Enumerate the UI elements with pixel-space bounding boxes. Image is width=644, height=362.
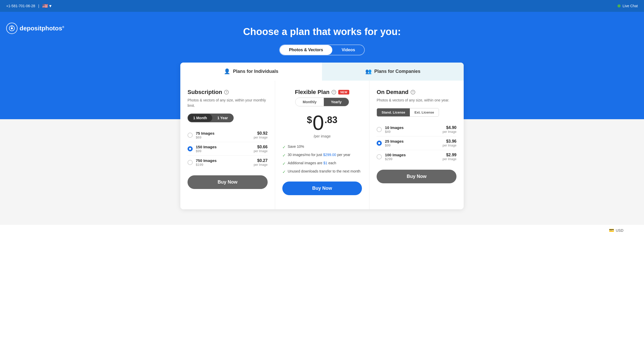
subscription-title: Subscription ?	[188, 89, 268, 96]
flex-yearly-tab[interactable]: Yearly	[324, 98, 349, 106]
flexible-period-tabs: Monthly Yearly	[282, 98, 362, 106]
od-count-1: 25 Images	[385, 139, 404, 143]
svg-point-1	[11, 27, 13, 29]
od-option-2[interactable]: 100 Images $299 $2.99 per Image	[377, 150, 456, 163]
subscription-desc: Photos & vectors of any size, within you…	[188, 98, 268, 108]
stand-license-tab[interactable]: Stand. License	[377, 108, 410, 116]
sub-perimg-1: $0.66	[254, 145, 268, 149]
content-type-toggle: Photos & Vectors Videos	[5, 45, 639, 63]
flexible-price-display: $ 0 .83 /per image	[282, 113, 362, 138]
logo[interactable]: depositphotos®	[6, 23, 64, 34]
od-option-1[interactable]: 25 Images $99 $3.96 per Image	[377, 136, 456, 150]
sub-radio-1[interactable]	[188, 146, 193, 151]
toggle-tabs: Photos & Vectors Videos	[279, 45, 365, 55]
feature-text-2: Additional images are $1 each	[288, 161, 336, 165]
flexible-help-icon[interactable]: ?	[332, 90, 336, 94]
price-dollar-sign: $	[307, 115, 312, 125]
currency-label[interactable]: USD	[616, 228, 623, 232]
new-badge: NEW	[338, 90, 349, 94]
check-icon-3: ✓	[282, 169, 286, 174]
tab-companies[interactable]: 👥 Plans for Companies	[322, 63, 464, 81]
tab-photos-vectors[interactable]: Photos & Vectors	[280, 45, 332, 55]
od-subprice-1: $99	[385, 143, 404, 147]
sub-subprice-1: $99	[196, 149, 217, 153]
on-demand-buy-button[interactable]: Buy Now	[377, 170, 456, 183]
license-tabs: Stand. License Ext. License	[377, 108, 439, 117]
od-count-0: 10 Images	[385, 125, 404, 130]
period-1year[interactable]: 1 Year	[212, 114, 233, 122]
plans-container: 👤 Plans for Individuals 👥 Plans for Comp…	[180, 63, 464, 209]
logo-icon	[6, 23, 18, 34]
od-subprice-0: $49	[385, 130, 404, 134]
tab-individuals[interactable]: 👤 Plans for Individuals	[180, 63, 322, 81]
od-radio-1[interactable]	[377, 141, 382, 146]
feature-3: ✓ Unused downloads transfer to the next …	[282, 169, 362, 174]
on-demand-help-icon[interactable]: ?	[411, 90, 415, 94]
topbar: +1-581-701-06-28 | 🇺🇸 ▾ Live Chat	[0, 0, 644, 12]
check-icon-1: ✓	[282, 153, 286, 158]
flag-icon[interactable]: 🇺🇸 ▾	[42, 3, 52, 9]
topbar-left: +1-581-701-06-28 | 🇺🇸 ▾	[6, 3, 52, 9]
plans-grid: Subscription ? Photos & vectors of any s…	[180, 81, 464, 209]
sub-perimg-2: $0.27	[254, 158, 268, 163]
sub-radio-2[interactable]	[188, 160, 193, 165]
price-decimal: .83	[325, 115, 337, 125]
price-unit: /per image	[282, 134, 362, 138]
od-perimg-2: $2.99	[443, 153, 456, 157]
flexible-buy-button[interactable]: Buy Now	[282, 182, 362, 195]
flexible-features: ✓ Save 10% ✓ 30 images/mo for just $299.…	[282, 144, 362, 174]
page-title: Choose a plan that works for you:	[5, 26, 639, 37]
live-chat-label[interactable]: Live Chat	[623, 4, 638, 8]
subscription-period-tabs: 1 Month 1 Year	[188, 114, 234, 122]
check-icon-2: ✓	[282, 161, 286, 166]
sub-option-0[interactable]: 75 Images $69 $0.92 per Image	[188, 128, 268, 142]
plan-type-tabs: 👤 Plans for Individuals 👥 Plans for Comp…	[180, 63, 464, 81]
od-option-0[interactable]: 10 Images $49 $4.90 per Image	[377, 123, 456, 136]
sub-count-1: 150 Images	[196, 145, 217, 149]
od-radio-0[interactable]	[377, 127, 382, 132]
header-section: depositphotos® Choose a plan that works …	[0, 12, 644, 63]
od-radio-2[interactable]	[377, 154, 382, 159]
sub-option-2[interactable]: 750 Images $199 $0.27 per Image	[188, 156, 268, 169]
tab-videos[interactable]: Videos	[332, 45, 364, 55]
logo-text: depositphotos®	[20, 25, 64, 32]
subscription-buy-button[interactable]: Buy Now	[188, 175, 268, 189]
individuals-label: Plans for Individuals	[233, 69, 278, 74]
od-count-2: 100 Images	[385, 153, 406, 157]
flex-monthly-tab[interactable]: Monthly	[295, 98, 324, 106]
on-demand-desc: Photos & vectors of any size, within one…	[377, 98, 456, 103]
feature-2: ✓ Additional images are $1 each	[282, 161, 362, 166]
flexible-title: Flexible Plan ? NEW	[282, 89, 362, 96]
feature-text-3: Unused downloads transfer to the next mo…	[288, 169, 361, 173]
company-icon: 👥	[365, 68, 372, 74]
price-main: 0	[312, 113, 324, 133]
feature-0: ✓ Save 10%	[282, 144, 362, 150]
on-demand-title: On Demand ?	[377, 89, 456, 96]
phone-number[interactable]: +1-581-701-06-28	[6, 4, 35, 8]
sub-option-1[interactable]: 150 Images $99 $0.66 per Image	[188, 142, 268, 156]
divider: |	[38, 4, 39, 8]
subscription-options: 75 Images $69 $0.92 per Image	[188, 128, 268, 169]
flexible-plan: Flexible Plan ? NEW Monthly Yearly $ 0 .…	[275, 81, 369, 209]
live-chat-dot	[617, 4, 621, 7]
od-perimg-0: $4.90	[443, 125, 456, 130]
sub-subprice-2: $199	[196, 163, 217, 167]
check-icon-0: ✓	[282, 145, 286, 150]
period-1month[interactable]: 1 Month	[188, 114, 212, 122]
sub-radio-0[interactable]	[188, 133, 193, 138]
feature-text-1: 30 images/mo for just $299.00 per year	[288, 153, 351, 157]
sub-perimg-0: $0.92	[254, 131, 268, 136]
subscription-plan: Subscription ? Photos & vectors of any s…	[180, 81, 275, 209]
ext-license-tab[interactable]: Ext. License	[410, 108, 439, 116]
topbar-right: Live Chat	[617, 4, 638, 8]
od-subprice-2: $299	[385, 157, 406, 161]
on-demand-options: 10 Images $49 $4.90 per Image	[377, 123, 456, 163]
header: depositphotos® Choose a plan that works …	[0, 19, 644, 63]
currency-icon: 💳	[609, 228, 614, 233]
feature-1: ✓ 30 images/mo for just $299.00 per year	[282, 153, 362, 158]
main-content: 👤 Plans for Individuals 👥 Plans for Comp…	[0, 63, 644, 225]
companies-label: Plans for Companies	[374, 69, 420, 74]
on-demand-plan: On Demand ? Photos & vectors of any size…	[369, 81, 464, 209]
sub-count-2: 750 Images	[196, 158, 217, 163]
subscription-help-icon[interactable]: ?	[224, 90, 229, 94]
